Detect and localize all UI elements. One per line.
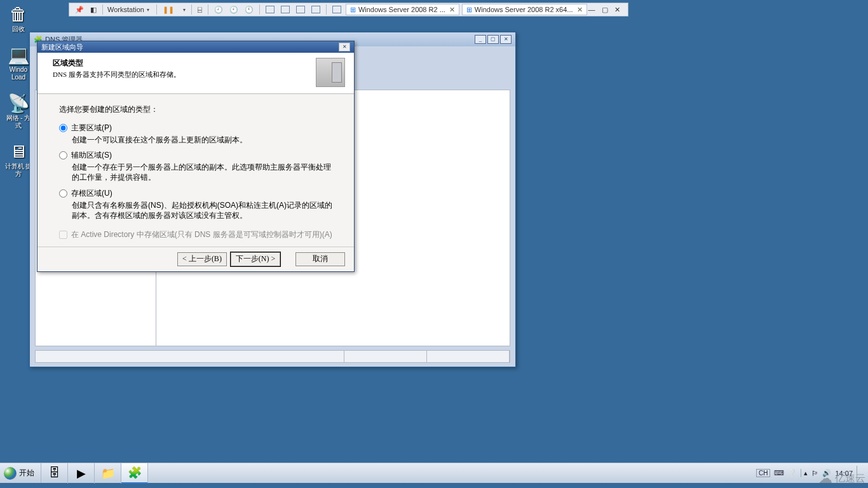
quick-explorer[interactable]: 📁 (95, 463, 121, 484)
windows-loader-icon: 💻 (8, 44, 29, 65)
power-dropdown[interactable] (178, 4, 188, 15)
vm-tab-label: Windows Server 2008 R2 x64... (475, 6, 573, 13)
wizard-footer: < 上一步(B) 下一步(N) > 取消 (37, 247, 354, 271)
taskbar: 开始 🗄 ▶ 📁 🧩 CH ⌨ ❔ ▴ 🏳 🔊 14:07 (0, 463, 868, 483)
vm-tab-windows-icon: ⊞ (466, 6, 472, 14)
minimize-icon[interactable]: _ (475, 35, 486, 44)
ime-indicator[interactable]: CH (756, 469, 770, 477)
ad-store-option: 在 Active Directory 中存储区域(只有 DNS 服务器是可写域控… (59, 229, 332, 240)
vm-tab-windows-icon: ⊞ (350, 6, 356, 14)
view-3-icon[interactable] (294, 4, 308, 15)
cloud-icon (818, 470, 832, 487)
vm-window-controls: — ▢ ✕ (588, 6, 625, 14)
radio-secondary-zone[interactable] (59, 151, 67, 159)
computer-icon: 🖥 (8, 141, 29, 161)
zone-type-secondary: 辅助区域(S) 创建一个存在于另一个服务器上的区域的副本。此选项帮助主服务器平衡… (59, 150, 332, 182)
cancel-button[interactable]: 取消 (295, 252, 345, 266)
view-4-icon[interactable] (309, 4, 323, 15)
watermark-text: 亿速云 (835, 472, 865, 485)
radio-primary-zone[interactable] (59, 124, 67, 132)
checkbox-label: 在 Active Directory 中存储区域(只有 DNS 服务器是可写域控… (71, 229, 332, 240)
radio-stub-zone[interactable] (59, 189, 67, 198)
tray-collapse-icon[interactable]: ▴ (801, 469, 808, 477)
taskbar-item-dns-manager[interactable]: 🧩 (121, 463, 148, 484)
vm-tab-label: Windows Server 2008 R2 ... (358, 6, 445, 13)
wizard-header-title: 区域类型 (53, 58, 180, 69)
separator (259, 4, 260, 15)
wizard-prompt: 选择您要创建的区域的类型： (59, 104, 332, 115)
maximize-icon[interactable]: ▢ (487, 35, 499, 44)
wizard-header: 区域类型 DNS 服务器支持不同类型的区域和存储。 (37, 53, 354, 94)
close-icon[interactable]: ✕ (339, 43, 350, 51)
radio-description: 创建一个可以直接在这个服务器上更新的区域副本。 (72, 135, 332, 145)
next-button[interactable]: 下一步(N) > (231, 252, 280, 266)
desktop-icon-recycle[interactable]: 🗑 回收 (4, 4, 33, 33)
recycle-bin-icon: 🗑 (8, 4, 29, 24)
status-bar (35, 350, 510, 363)
view-5-icon[interactable] (330, 4, 344, 15)
radio-label: 存根区域(U) (71, 188, 112, 199)
watermark: 亿速云 (818, 470, 865, 487)
wizard-titlebar[interactable]: 新建区域向导 ✕ (37, 41, 354, 53)
pause-icon[interactable]: ❚❚ (160, 4, 177, 15)
tray-help-icon[interactable]: ❔ (788, 469, 797, 477)
separator (156, 4, 157, 15)
snapshot-icon[interactable]: 🕘 (212, 4, 226, 15)
quick-powershell[interactable]: ▶ (68, 463, 95, 484)
minimize-icon[interactable]: — (588, 6, 595, 14)
vm-tab-1[interactable]: ⊞ Windows Server 2008 R2 ... ✕ (346, 4, 459, 15)
wizard-body: 选择您要创建的区域的类型： 主要区域(P) 创建一个可以直接在这个服务器上更新的… (37, 94, 354, 247)
wizard-header-subtitle: DNS 服务器支持不同类型的区域和存储。 (53, 71, 180, 78)
vmware-toolbar: 📌 ◧ Workstation ❚❚ ⌸ 🕘 🕙 🕚 ⊞ Windows Ser… (69, 3, 628, 17)
pin-icon[interactable]: 📌 (72, 4, 86, 15)
snapshot-revert-icon[interactable]: 🕙 (227, 4, 241, 15)
view-2-icon[interactable] (278, 4, 292, 15)
snapshot-manager-icon[interactable]: 🕚 (242, 4, 256, 15)
close-icon[interactable]: ✕ (614, 6, 620, 14)
start-label: 开始 (19, 468, 34, 478)
desktop-icon-label: 回收 (12, 25, 25, 33)
network-icon: 📡 (8, 93, 29, 113)
separator (102, 4, 103, 15)
workstation-dropdown[interactable]: Workstation (106, 4, 153, 15)
zone-type-primary: 主要区域(P) 创建一个可以直接在这个服务器上更新的区域副本。 (59, 123, 332, 145)
maximize-icon[interactable]: ▢ (602, 6, 608, 14)
separator (208, 4, 208, 15)
close-tab-icon[interactable]: ✕ (449, 6, 455, 14)
vm-home-icon[interactable]: ◧ (88, 4, 99, 15)
close-tab-icon[interactable]: ✕ (577, 6, 583, 14)
zone-type-stub: 存根区域(U) 创建只含有名称服务器(NS)、起始授权机构(SOA)和粘连主机(… (59, 188, 332, 220)
quick-launch: 🗄 ▶ 📁 🧩 (41, 463, 148, 483)
separator (326, 4, 327, 15)
checkbox-store-in-ad (59, 231, 67, 239)
radio-label: 主要区域(P) (71, 123, 112, 133)
vm-tab-2[interactable]: ⊞ Windows Server 2008 R2 x64... ✕ (462, 4, 587, 15)
tray-flag-icon[interactable]: 🏳 (811, 470, 818, 477)
tray-keyboard-icon[interactable]: ⌨ (774, 469, 784, 477)
radio-description: 创建一个存在于另一个服务器上的区域的副本。此选项帮助主服务器平衡处理的工作量，并… (72, 162, 332, 182)
back-button[interactable]: < 上一步(B) (177, 252, 227, 266)
quick-server-manager[interactable]: 🗄 (41, 463, 68, 484)
radio-label: 辅助区域(S) (71, 150, 112, 161)
server-graphic-icon (316, 58, 345, 87)
start-orb-icon (4, 467, 17, 480)
new-zone-wizard-dialog: 新建区域向导 ✕ 区域类型 DNS 服务器支持不同类型的区域和存储。 选择您要创… (37, 41, 355, 272)
radio-description: 创建只含有名称服务器(NS)、起始授权机构(SOA)和粘连主机(A)记录的区域的… (72, 200, 332, 220)
separator (191, 4, 192, 15)
start-button[interactable]: 开始 (0, 463, 41, 483)
close-icon[interactable]: ✕ (500, 35, 512, 44)
wizard-title: 新建区域向导 (41, 43, 83, 52)
send-keys-icon[interactable]: ⌸ (195, 4, 205, 15)
view-1-icon[interactable] (263, 4, 277, 15)
